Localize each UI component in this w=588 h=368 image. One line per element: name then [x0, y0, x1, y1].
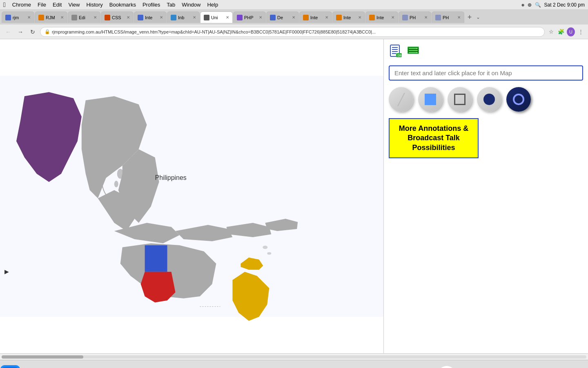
document-lines-button[interactable]: DB	[389, 44, 403, 59]
dock-terminal[interactable]: ⌨	[393, 364, 413, 368]
dock-brackets[interactable]: { }	[262, 364, 282, 368]
dock-github[interactable]: 🐙	[371, 364, 391, 368]
dock-chrome[interactable]	[437, 364, 457, 368]
url-input[interactable]: 🔒 rjmprogramming.com.au/HTMLCSS/image_ve…	[40, 27, 545, 37]
dock-settings[interactable]: ⚙	[415, 364, 435, 368]
scrollbar-track[interactable]	[2, 355, 586, 359]
forward-button[interactable]: →	[16, 27, 25, 37]
scrollbar-thumb[interactable]	[2, 355, 83, 359]
tab-close[interactable]: ✕	[358, 15, 361, 20]
shape-filled-circle-button[interactable]	[477, 87, 501, 112]
menu-edit[interactable]: Edit	[53, 2, 62, 8]
bottom-scrollbar[interactable]	[0, 353, 588, 360]
apple-menu[interactable]: 	[3, 1, 6, 9]
dock-reminders[interactable]: 📋	[153, 364, 173, 368]
svg-rect-19	[409, 48, 418, 49]
more-options-icon[interactable]: ⋮	[577, 28, 585, 36]
tab-rjm2[interactable]: RJM ✕	[35, 11, 67, 23]
menu-tab[interactable]: Tab	[167, 2, 175, 8]
shape-slash-button[interactable]: ╱	[389, 87, 413, 112]
menu-profiles[interactable]: Profiles	[143, 2, 160, 8]
tab-close[interactable]: ✕	[160, 15, 163, 20]
dock-apple-tv[interactable]: 📺	[284, 364, 304, 368]
svg-point-3	[125, 172, 133, 184]
tab-close[interactable]: ✕	[226, 15, 229, 20]
tab-php1[interactable]: PHP ✕	[233, 11, 266, 23]
main-content: Philippines ▶	[0, 39, 588, 353]
dock-trash[interactable]: 🗑	[568, 364, 588, 368]
dock-launchpad[interactable]: 🚀	[524, 364, 544, 368]
shape-outline-square-button[interactable]	[448, 87, 472, 112]
back-button[interactable]: ←	[3, 27, 13, 37]
tab-de[interactable]: De ✕	[266, 11, 299, 23]
new-tab-button[interactable]: +	[465, 12, 474, 22]
tab-close[interactable]: ✕	[60, 15, 64, 20]
dock-calendar[interactable]: 📅	[65, 364, 85, 368]
bookmark-star-icon[interactable]: ☆	[547, 28, 555, 36]
tab-close[interactable]: ✕	[259, 15, 262, 20]
menu-chrome[interactable]: Chrome	[12, 2, 31, 8]
dock-appstore[interactable]: 🅰	[218, 364, 238, 368]
tab-inte1[interactable]: Inte ✕	[134, 11, 167, 23]
tab-ph1[interactable]: PH ✕	[399, 11, 431, 23]
tab-close[interactable]: ✕	[424, 15, 428, 20]
extensions-icon[interactable]: 🧩	[557, 28, 565, 36]
tab-close[interactable]: ✕	[94, 15, 97, 20]
menu-window[interactable]: Window	[182, 2, 200, 8]
dock-messages[interactable]: 💬	[131, 364, 151, 368]
tab-close[interactable]: ✕	[292, 15, 295, 20]
tab-ph2[interactable]: PH ✕	[432, 11, 464, 23]
dock-downloads[interactable]: ⬇	[546, 364, 566, 368]
tab-inb[interactable]: Inb ✕	[167, 11, 200, 23]
dock-react[interactable]: ⚛	[350, 364, 370, 368]
reload-button[interactable]: ↻	[28, 27, 38, 37]
tab-close[interactable]: ✕	[391, 15, 394, 20]
dock-facetime[interactable]: 📹	[109, 364, 129, 368]
menu-help[interactable]: Help	[207, 2, 218, 8]
tab-close[interactable]: ✕	[325, 15, 328, 20]
dock-music[interactable]: 🎵	[22, 364, 42, 368]
monitor-button[interactable]	[407, 44, 421, 59]
tab-inte3[interactable]: Inte ✕	[332, 11, 365, 23]
profile-icon[interactable]: U	[567, 28, 575, 36]
tab-css[interactable]: CSS ✕	[101, 11, 134, 23]
tab-uni[interactable]: Uni ✕	[200, 11, 233, 23]
dock-notification[interactable]: 🔔	[481, 364, 501, 368]
tab-list-chevron[interactable]: ⌄	[475, 12, 481, 22]
tab-bar: rjm ✕ RJM ✕ Edi ✕ CSS ✕ Inte ✕ Inb ✕ Uni…	[0, 10, 588, 25]
tab-close[interactable]: ✕	[127, 15, 130, 20]
map-panel[interactable]: Philippines ▶	[0, 39, 384, 353]
dock-spotlight[interactable]: 🔍	[459, 364, 479, 368]
annotations-button[interactable]: More Annotations &Broadcast TalkPossibil…	[389, 118, 479, 158]
shape-ring-circle-button[interactable]	[506, 87, 531, 112]
svg-point-30	[438, 366, 456, 368]
wifi-icon[interactable]: ⊛	[528, 2, 532, 8]
tab-close[interactable]: ✕	[457, 15, 461, 20]
svg-point-7	[263, 246, 267, 249]
dock-finder[interactable]	[0, 364, 20, 368]
tab-close[interactable]: ✕	[193, 15, 196, 20]
menu-bookmarks[interactable]: Bookmarks	[109, 2, 136, 8]
menu-file[interactable]: File	[38, 2, 46, 8]
tab-favicon	[204, 15, 209, 20]
search-icon[interactable]: 🔍	[535, 2, 541, 8]
dock-slack[interactable]: #	[327, 364, 347, 368]
tab-rjm[interactable]: rjm ✕	[2, 11, 34, 23]
tab-edi[interactable]: Edi ✕	[68, 11, 100, 23]
dock-maps[interactable]: 🗺	[196, 364, 216, 368]
shape-filled-square-button[interactable]	[418, 87, 443, 112]
dock-photos[interactable]: 🖼	[87, 364, 107, 368]
tab-inte2[interactable]: Inte ✕	[299, 11, 332, 23]
dock-notes[interactable]: 📓	[175, 364, 195, 368]
map-text-input[interactable]	[389, 65, 583, 81]
tab-close[interactable]: ✕	[27, 15, 31, 20]
dock-podcasts[interactable]: 🎙	[306, 364, 326, 368]
dock-accessibility[interactable]: ♿	[502, 364, 522, 368]
menu-view[interactable]: View	[68, 2, 80, 8]
menu-history[interactable]: History	[86, 2, 102, 8]
tab-inte4[interactable]: Inte ✕	[365, 11, 398, 23]
bluetooth-icon[interactable]: ⎈	[521, 2, 524, 8]
dock-filezilla[interactable]: 🗄	[240, 364, 260, 368]
dock-mail[interactable]: 📧	[44, 364, 64, 368]
play-button[interactable]: ▶	[2, 267, 11, 276]
